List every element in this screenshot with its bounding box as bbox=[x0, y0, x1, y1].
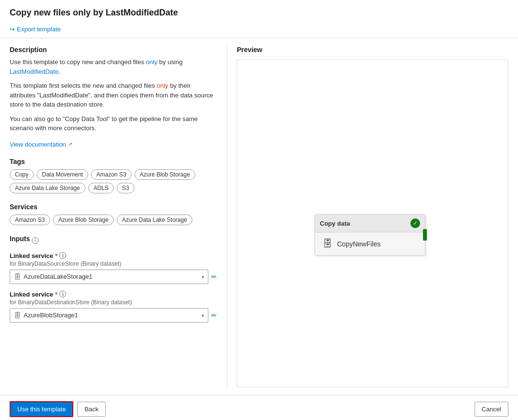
linked-service-1-value: AzureDataLakeStorage1 bbox=[24, 273, 92, 280]
preview-canvas: Copy data ✓ 🗄 CopyNewFiles bbox=[237, 59, 508, 387]
node-header-title: Copy data bbox=[320, 220, 350, 227]
export-arrow-icon: ↪ bbox=[10, 26, 15, 33]
linked-service-1-edit-icon[interactable]: ✏ bbox=[211, 273, 217, 281]
services-container: Amazon S3Azure Blob StorageAzure Data La… bbox=[10, 215, 217, 225]
footer-left: Use this template Back bbox=[10, 401, 106, 417]
linked-service-1-db-icon: 🗄 bbox=[14, 273, 21, 281]
linked-service-2-select-container: 🗄 AzureBlobStorage1 ▾ ✏ bbox=[10, 308, 217, 323]
linked-service-1-label: Linked service * i bbox=[10, 252, 217, 259]
left-panel: Description Use this template to copy ne… bbox=[10, 46, 217, 387]
linked-service-1-select-container: 🗄 AzureDataLakeStorage1 ▾ ✏ bbox=[10, 270, 217, 284]
panel-divider bbox=[227, 46, 227, 387]
desc-para1-before: Use this template to copy new and change… bbox=[10, 58, 146, 66]
description-section: Description Use this template to copy ne… bbox=[10, 46, 217, 148]
inputs-section: Inputs i Linked service * i for BinaryDa… bbox=[10, 235, 217, 323]
linked-service-1-select[interactable]: 🗄 AzureDataLakeStorage1 ▾ bbox=[10, 270, 208, 284]
right-panel: Preview Copy data ✓ 🗄 CopyNewFiles bbox=[237, 46, 508, 387]
tag-item: ADLS bbox=[88, 183, 114, 193]
tags-container: CopyData MovementAmazon S3Azure Blob Sto… bbox=[10, 169, 217, 193]
linked-service-2-chevron-icon: ▾ bbox=[202, 312, 204, 318]
inputs-info-icon[interactable]: i bbox=[32, 237, 39, 244]
main-content: Description Use this template to copy ne… bbox=[0, 38, 518, 395]
linked-service-2-select[interactable]: 🗄 AzureBlobStorage1 ▾ bbox=[10, 308, 208, 323]
page-container: Copy new files only by LastModifiedDate … bbox=[0, 0, 518, 420]
tag-item: Amazon S3 bbox=[91, 169, 132, 180]
tag-item: Azure Blob Storage bbox=[135, 169, 195, 180]
cancel-button[interactable]: Cancel bbox=[475, 402, 508, 417]
export-bar: ↪ Export template bbox=[0, 23, 518, 38]
node-db-icon: 🗄 bbox=[323, 238, 332, 249]
export-template-link[interactable]: ↪ Export template bbox=[10, 26, 61, 33]
page-header: Copy new files only by LastModifiedDate bbox=[0, 0, 518, 23]
use-template-button[interactable]: Use this template bbox=[10, 401, 73, 417]
inputs-header: Inputs i bbox=[10, 235, 217, 246]
last-modified-link[interactable]: LastModifiedDate bbox=[10, 68, 58, 75]
desc-para1-highlight: only bbox=[146, 58, 158, 66]
service-item: Azure Blob Storage bbox=[53, 215, 114, 225]
linked-service-2-edit-icon[interactable]: ✏ bbox=[211, 312, 217, 319]
desc-para2-before: This template first selects the new and … bbox=[10, 82, 157, 89]
node-right-indicator bbox=[423, 229, 427, 241]
linked-service-1-info-icon[interactable]: i bbox=[59, 252, 66, 259]
page-title: Copy new files only by LastModifiedDate bbox=[10, 8, 508, 18]
description-title: Description bbox=[10, 46, 217, 54]
required-star-2: * bbox=[55, 291, 57, 298]
services-title: Services bbox=[10, 203, 217, 211]
view-documentation-link[interactable]: View documentation ↗ bbox=[10, 141, 72, 148]
required-star-1: * bbox=[55, 252, 57, 259]
description-para1: Use this template to copy new and change… bbox=[10, 57, 217, 76]
linked-service-1-select-wrapper: 🗄 AzureDataLakeStorage1 ▾ bbox=[10, 270, 208, 284]
external-link-icon: ↗ bbox=[68, 141, 72, 148]
tag-item: Azure Data Lake Storage bbox=[10, 183, 85, 193]
node-header: Copy data ✓ bbox=[315, 215, 425, 232]
services-section: Services Amazon S3Azure Blob StorageAzur… bbox=[10, 203, 217, 225]
description-para3: You can also go to "Copy Data Tool" to g… bbox=[10, 114, 217, 133]
linked-service-2-sublabel: for BinaryDataDestinationStore (Binary d… bbox=[10, 299, 217, 306]
linked-service-1-chevron-icon: ▾ bbox=[202, 274, 204, 279]
footer: Use this template Back Cancel bbox=[0, 395, 518, 420]
node-body: 🗄 CopyNewFiles bbox=[315, 232, 425, 255]
service-item: Amazon S3 bbox=[10, 215, 50, 225]
linked-service-2-value: AzureBlobStorage1 bbox=[24, 312, 78, 319]
tags-section: Tags CopyData MovementAmazon S3Azure Blo… bbox=[10, 158, 217, 193]
tag-item: Copy bbox=[10, 169, 34, 180]
desc-para2-highlight: only bbox=[157, 82, 168, 89]
linked-service-1-sublabel: for BinaryDataSourceStore (Binary datase… bbox=[10, 260, 217, 267]
linked-service-2-db-icon: 🗄 bbox=[14, 312, 21, 319]
linked-service-2-info-icon[interactable]: i bbox=[59, 291, 66, 298]
tag-item: S3 bbox=[117, 183, 135, 193]
linked-service-2-group: Linked service * i for BinaryDataDestina… bbox=[10, 291, 217, 323]
linked-service-2-select-wrapper: 🗄 AzureBlobStorage1 ▾ bbox=[10, 308, 208, 323]
back-button[interactable]: Back bbox=[77, 402, 106, 417]
preview-title: Preview bbox=[237, 46, 508, 54]
linked-service-1-group: Linked service * i for BinaryDataSourceS… bbox=[10, 252, 217, 284]
inputs-title: Inputs bbox=[10, 235, 30, 243]
view-doc-label: View documentation bbox=[10, 141, 66, 148]
export-template-label: Export template bbox=[17, 26, 61, 33]
desc-para1-middle: by using bbox=[157, 58, 182, 66]
node-check-icon: ✓ bbox=[410, 218, 420, 228]
desc-para1-after: . bbox=[58, 68, 60, 75]
copy-data-node: Copy data ✓ 🗄 CopyNewFiles bbox=[314, 214, 425, 256]
node-activity-name: CopyNewFiles bbox=[337, 240, 381, 248]
description-para2: This template first selects the new and … bbox=[10, 81, 217, 109]
service-item: Azure Data Lake Storage bbox=[117, 215, 192, 225]
tags-title: Tags bbox=[10, 158, 217, 165]
tag-item: Data Movement bbox=[37, 169, 88, 180]
linked-service-2-label: Linked service * i bbox=[10, 291, 217, 298]
